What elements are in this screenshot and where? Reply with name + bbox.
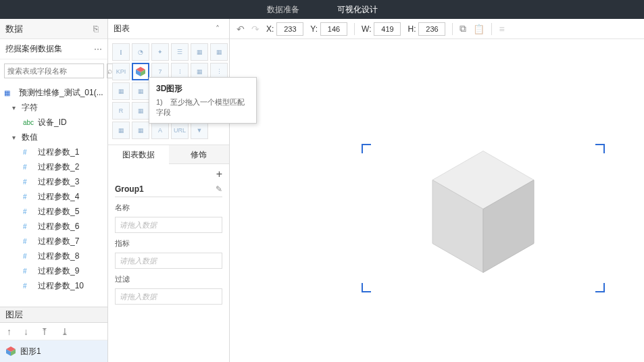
design-canvas[interactable] [230, 39, 644, 362]
field-numeric[interactable]: #过程参数_10 [0, 278, 107, 293]
copy-icon[interactable]: ⧉ [460, 23, 466, 34]
hash-icon: # [23, 193, 35, 201]
field-label: 过程参数_4 [38, 191, 79, 203]
chart-type[interactable]: A [151, 122, 169, 139]
input-w[interactable] [374, 22, 401, 36]
chart-type[interactable]: URL [171, 122, 189, 139]
chart-type[interactable]: ▦ [112, 82, 130, 100]
tooltip-body: 1) 至少拖入一个模型匹配字段 [156, 97, 249, 118]
field-numeric[interactable]: #过程参数_5 [0, 204, 107, 219]
layer-down-icon[interactable]: ↓ [24, 326, 28, 337]
input-y[interactable] [320, 22, 347, 36]
chevron-down-icon: ▾ [12, 134, 19, 141]
edit-group-icon[interactable]: ✎ [216, 184, 222, 194]
chart-type[interactable]: KPI [112, 63, 130, 80]
field-numeric[interactable]: #过程参数_7 [0, 234, 107, 249]
chart-type[interactable]: ▦ [132, 102, 149, 120]
chart-type[interactable]: ▦ [210, 43, 228, 61]
resize-handle-br[interactable] [595, 283, 605, 292]
chart-type[interactable]: ✦ [151, 43, 169, 61]
hash-icon: # [23, 282, 35, 290]
layers-toolbar: ↑ ↓ ⤒ ⤓ [0, 323, 107, 340]
hash-icon: # [23, 178, 35, 186]
group-numeric[interactable]: ▾数值 [0, 130, 107, 145]
input-x[interactable] [276, 22, 303, 36]
layer-item[interactable]: 图形1 [0, 340, 107, 362]
canvas-toolbar: ↶ ↷ X: Y: W: H: ⧉ 📋 ≡ [230, 19, 644, 39]
field-label: 设备_ID [38, 117, 67, 128]
tab-chart-data[interactable]: 图表数据 [108, 145, 169, 164]
resize-handle-tr[interactable] [595, 144, 605, 153]
cube-3d-shape[interactable] [426, 148, 541, 276]
chart-type[interactable]: R [112, 102, 130, 120]
label-h: H: [407, 24, 416, 34]
dataset-link[interactable]: 挖掘案例数据集 ⋯ [0, 39, 107, 59]
paste-icon[interactable]: 📋 [473, 24, 485, 34]
field-numeric[interactable]: #过程参数_1 [0, 145, 107, 159]
search-input[interactable] [4, 63, 104, 78]
field-numeric[interactable]: #过程参数_3 [0, 174, 107, 189]
drop-metric[interactable]: 请拖入数据 [115, 253, 222, 269]
field-label: 过程参数_2 [38, 161, 79, 173]
chart-panel-title: 图表 [114, 23, 130, 34]
chart-type-grid: ⫿ ◔ ✦ ☰ ▦ ▦ KPI 7 ⫶ ▦ ⋮ ▦ ▦ ▦ ▦ ▦ ▦ R ▦ … [108, 39, 229, 143]
dataset-menu-icon[interactable]: ⋯ [94, 45, 102, 54]
chart-type[interactable]: ▦ [132, 122, 149, 139]
layers-title: 图层 [0, 307, 107, 323]
group-string-label: 字符 [22, 102, 38, 113]
group-name: Group1 [115, 184, 144, 194]
chart-panel: 图表 ˄ ⫿ ◔ ✦ ☰ ▦ ▦ KPI 7 ⫶ ▦ ⋮ ▦ ▦ ▦ ▦ ▦ ▦… [108, 19, 230, 362]
chart-type[interactable]: ◔ [132, 43, 149, 61]
table-icon: ▦ [4, 89, 16, 97]
field-numeric[interactable]: #过程参数_4 [0, 189, 107, 204]
hash-icon: # [23, 223, 35, 230]
hash-icon: # [23, 267, 35, 275]
dataset-name: 挖掘案例数据集 [5, 43, 62, 55]
tab-data-prep[interactable]: 数据准备 [262, 0, 305, 19]
field-numeric[interactable]: #过程参数_6 [0, 219, 107, 234]
layer-up-icon[interactable]: ↑ [7, 326, 11, 337]
chart-type-3d[interactable] [132, 63, 149, 80]
hash-icon: # [23, 208, 35, 215]
cube-icon [5, 346, 16, 357]
group-numeric-label: 数值 [22, 132, 38, 143]
chart-type[interactable]: ▦ [112, 122, 130, 139]
tab-visual-design[interactable]: 可视化设计 [332, 0, 383, 19]
resize-handle-bl[interactable] [362, 283, 371, 292]
group-string[interactable]: ▾字符 [0, 100, 107, 115]
tab-chart-style[interactable]: 修饰 [169, 145, 230, 164]
layer-bottom-icon[interactable]: ⤓ [61, 326, 69, 337]
undo-icon[interactable]: ↶ [237, 24, 245, 34]
chart-type[interactable]: ▦ [132, 82, 149, 100]
chart-type[interactable]: ▼ [191, 122, 208, 139]
add-dataset-icon[interactable]: ⎘ [90, 23, 102, 35]
label-y: Y: [310, 24, 318, 34]
drop-filter[interactable]: 请拖入数据 [115, 288, 222, 305]
selection-box[interactable] [362, 144, 605, 292]
field-numeric[interactable]: #过程参数_9 [0, 263, 107, 278]
drop-name[interactable]: 请拖入数据 [115, 217, 222, 233]
redo-icon[interactable]: ↷ [251, 24, 259, 34]
field-label: 过程参数_1 [38, 147, 79, 158]
add-group-icon[interactable]: + [216, 168, 222, 180]
chart-type[interactable]: ▦ [191, 43, 208, 61]
hash-icon: # [23, 163, 35, 171]
resize-handle-tl[interactable] [362, 144, 371, 153]
label-metric: 指标 [115, 238, 222, 249]
chart-type[interactable]: ☰ [171, 43, 189, 61]
data-panel-title: 数据 [5, 23, 23, 35]
input-h[interactable] [418, 22, 445, 36]
layer-top-icon[interactable]: ⤒ [41, 326, 49, 337]
align-icon[interactable]: ≡ [499, 24, 504, 34]
field-label: 过程参数_10 [38, 280, 84, 292]
table-node[interactable]: ▦预测性维修_测试_01(... [0, 85, 107, 100]
label-x: X: [266, 24, 274, 34]
field-numeric[interactable]: #过程参数_2 [0, 159, 107, 174]
label-name: 名称 [115, 203, 222, 213]
label-filter: 过滤 [115, 274, 222, 284]
field-numeric[interactable]: #过程参数_8 [0, 249, 107, 263]
collapse-icon[interactable]: ˄ [212, 23, 224, 35]
hash-icon: # [23, 149, 35, 156]
chart-type[interactable]: ⫿ [112, 43, 130, 61]
field-string[interactable]: abc设备_ID [0, 115, 107, 130]
